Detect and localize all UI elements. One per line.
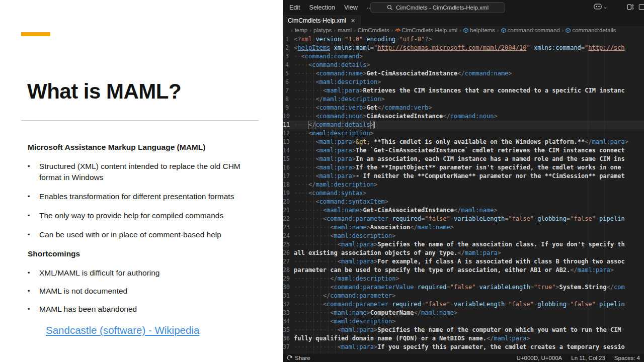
code-line[interactable]: 2<helpItems·xmlns:maml="http://schemas.m… (283, 44, 644, 52)
line-number: 17 (283, 172, 294, 180)
code-line[interactable]: 17······<maml:para>-·If·neither·the·**Co… (283, 172, 644, 180)
line-number: 7 (283, 86, 294, 95)
code-line[interactable]: 5······<command:name>Get-CimAssociatedIn… (283, 69, 644, 78)
code-line[interactable]: 12····<maml:description> (283, 129, 644, 138)
breadcrumb-item-helpitems[interactable]: helpItems (463, 27, 496, 33)
statusbar-eol-encoding[interactable]: U+000D, U+000A (516, 355, 562, 361)
text-cursor (374, 122, 375, 128)
line-number: 20 (283, 198, 294, 206)
line-number: 16 (283, 163, 294, 172)
line-number: 6 (283, 78, 294, 86)
code-line[interactable]: 32········<command:parameter·required="f… (283, 300, 644, 309)
code-line[interactable]: 19····<command:syntax> (283, 189, 644, 198)
code-line[interactable]: 15······<maml:para>In·an·association,·ea… (283, 155, 644, 163)
line-number: 22 (283, 215, 294, 223)
bullet-text: Structured (XML) content intended to rep… (39, 161, 263, 183)
line-number: 35 (283, 326, 294, 334)
code-line[interactable]: 33··········<maml:name>ComputerName</mam… (283, 309, 644, 317)
search-icon (387, 5, 393, 11)
code-line[interactable]: 14······<maml:para>The·`Get-CimAssociate… (283, 146, 644, 155)
code-line[interactable]: 34··········<maml:description> (283, 317, 644, 326)
code-line[interactable]: 31········</command:parameter> (283, 292, 644, 300)
code-line[interactable]: 4····<command:details> (283, 61, 644, 69)
breadcrumb-file-label: CimCmdlets-Help.xml (401, 27, 457, 33)
breadcrumb-item-command-command[interactable]: command:command (501, 27, 560, 33)
slide-body: Microsoft Assistance Markup Language (MA… (28, 142, 263, 337)
code-line[interactable]: 25············<maml:para>Specifies·the·n… (283, 240, 644, 249)
code-line[interactable]: 20······<command:syntaxItem> (283, 198, 644, 206)
slide-divider (21, 120, 259, 121)
bullet-text: Can be used with or in place of comment-… (39, 229, 221, 240)
code-line[interactable]: 27············<maml:para>For·example,·if… (283, 257, 644, 266)
breadcrumb-item-platyps[interactable]: platyps (313, 27, 332, 33)
panel-toggle-icon[interactable] (638, 4, 644, 11)
copilot-menu[interactable]: ⌄ (594, 4, 607, 10)
line-number: 23 (283, 223, 294, 232)
line-number: 9 (283, 104, 294, 112)
line-number: 36 (283, 334, 294, 343)
slide-section-heading: Shortcomings (28, 248, 263, 259)
tabbar: CimCmdlets-Help.xml ✕ (283, 15, 644, 26)
line-number: 5 (283, 69, 294, 78)
editor[interactable]: 1<?xml·version="1.0"·encoding="utf-8"?>2… (283, 34, 644, 353)
code-line[interactable]: 35············<maml:para>Specifies·the·n… (283, 326, 644, 334)
statusbar-indentation[interactable]: Spaces: 4 (614, 355, 640, 361)
code-line[interactable]: 24··········<maml:description> (283, 232, 644, 240)
code-line[interactable]: 30··········<command:parameterValue·requ… (283, 283, 644, 292)
breadcrumb-item-file[interactable]: </> CimCmdlets-Help.xml (394, 27, 458, 33)
statusbar-cursor-position[interactable]: Ln 11, Col 23 (571, 355, 605, 361)
titlebar: Edit Selection View ⋯ ← → CimCmdlets - C… (283, 0, 644, 15)
wikipedia-link[interactable]: Sandcastle (software) - Wikipedia (46, 325, 199, 336)
code-line[interactable]: 16······<maml:para>If·the·**InputObject*… (283, 163, 644, 172)
code-line[interactable]: 10······<command:noun>CimAssociatedInsta… (283, 112, 644, 121)
code-line[interactable]: 6······<maml:description> (283, 78, 644, 86)
search-value: CimCmdlets - CimCmdlets-Help.xml (396, 5, 489, 11)
bullet-text: XML/MAML is difficult for authoring (39, 267, 160, 279)
menu-edit[interactable]: Edit (285, 4, 305, 12)
code-line[interactable]: 18····</maml:description> (283, 180, 644, 189)
line-number: 1 (283, 35, 294, 44)
code-line[interactable]: 13······<maml:para>&gt;·**This·cmdlet·is… (283, 138, 644, 146)
code-line[interactable]: 7········<maml:para>Retrieves·the·CIM·in… (283, 86, 644, 95)
breadcrumb-symbol-label: helpItems (470, 27, 495, 33)
line-number: 24 (283, 232, 294, 240)
code-line[interactable]: 29··········</maml:description> (283, 275, 644, 283)
statusbar-share[interactable]: Share (295, 355, 310, 361)
menu-view[interactable]: View (340, 4, 362, 12)
code-line[interactable]: 11····</command:details> (283, 121, 644, 129)
share-icon (287, 355, 292, 360)
line-number: 28 (283, 266, 294, 275)
code-line[interactable]: 22········<command:parameter·required="f… (283, 215, 644, 223)
breadcrumb-chevron-icon: › (562, 27, 564, 33)
code-line[interactable]: 36fully·qualified·domain·name·(FQDN)·or·… (283, 334, 644, 343)
bullet-item: • The only way to provide help for compi… (28, 210, 263, 221)
code-line[interactable]: 21········<maml:name>Get-CimAssociatedIn… (283, 206, 644, 215)
bullet-text: The only way to provide help for compile… (39, 210, 223, 221)
breadcrumb-chevron-icon: › (354, 27, 356, 33)
code-line[interactable]: 8······</maml:description> (283, 95, 644, 104)
breadcrumb-item-temp[interactable]: temp (294, 27, 308, 33)
symbol-cube-icon (501, 28, 506, 33)
code-line[interactable]: 37············<maml:para>If·you·specify·… (283, 343, 644, 351)
code-line[interactable]: 26all·existing·association·objects·of·an… (283, 249, 644, 257)
code-line[interactable]: 23··········<maml:name>Association</maml… (283, 223, 644, 232)
bullet-glyph: • (28, 267, 39, 279)
code-line[interactable]: 28parameter·can·be·used·to·specify·the·t… (283, 266, 644, 275)
breadcrumb-item-maml[interactable]: maml (337, 27, 352, 33)
command-center-search[interactable]: CimCmdlets - CimCmdlets-Help.xml (370, 2, 505, 13)
breadcrumb-chevron-icon: › (291, 27, 293, 33)
code-line[interactable]: 1<?xml·version="1.0"·encoding="utf-8"?> (283, 35, 644, 44)
close-icon[interactable]: ✕ (351, 18, 355, 24)
line-number: 30 (283, 283, 294, 292)
line-number: 8 (283, 95, 294, 104)
tab-cimcmdlets-help[interactable]: CimCmdlets-Help.xml ✕ (283, 15, 361, 26)
customize-layout-icon[interactable] (627, 4, 634, 11)
breadcrumb-chevron-icon: › (309, 27, 311, 33)
code-line[interactable]: 9······<command:verb>Get</command:verb> (283, 104, 644, 112)
breadcrumb-item-cimcmdlets[interactable]: CimCmdlets (357, 27, 390, 33)
menu-selection[interactable]: Selection (305, 4, 340, 12)
code-line[interactable]: 3··<command:command> (283, 52, 644, 61)
bullet-item: • MAML is not documented (28, 286, 263, 297)
line-number: 19 (283, 189, 294, 198)
breadcrumb-item-command-details[interactable]: command:details (565, 27, 616, 33)
